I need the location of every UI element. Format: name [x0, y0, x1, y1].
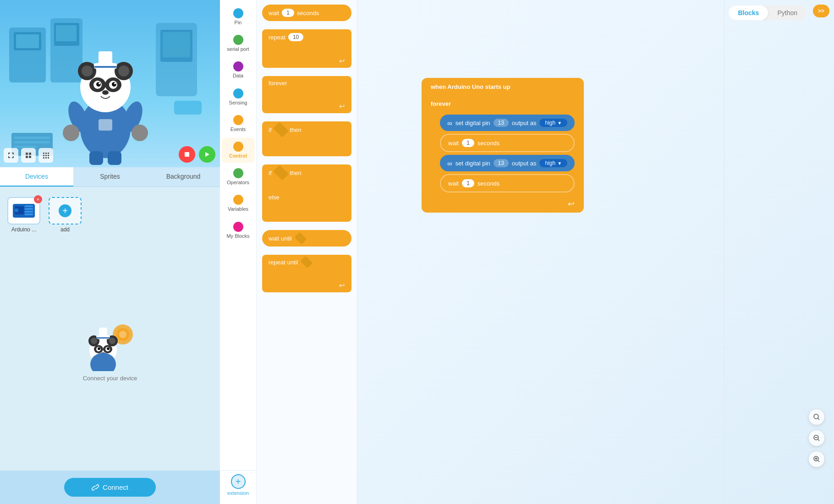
sidebar-item-data[interactable]: Data: [222, 58, 255, 82]
connect-button-area: Connect: [0, 471, 220, 504]
wait-value-2[interactable]: 1: [462, 179, 474, 187]
dropdown-arrow-2: ▼: [557, 161, 562, 166]
svg-point-74: [107, 347, 110, 350]
sidebar-item-pin[interactable]: Pin: [222, 5, 255, 29]
device-close-button[interactable]: ×: [34, 195, 42, 203]
block-if-condition: [273, 122, 289, 137]
svg-rect-29: [108, 151, 121, 165]
svg-point-17: [112, 82, 116, 87]
svg-point-9: [82, 66, 93, 77]
tab-devices[interactable]: Devices: [0, 167, 73, 186]
add-device-icon: +: [59, 204, 71, 217]
expand-stage-button[interactable]: [4, 148, 18, 163]
connect-button-label: Connect: [103, 483, 128, 491]
connect-device-text: Connect your device: [83, 375, 137, 382]
tab-python[interactable]: Python: [768, 5, 807, 20]
svg-point-26: [63, 125, 79, 141]
pin-value-2[interactable]: 13: [494, 159, 509, 167]
forever-outer-label: forever: [431, 100, 451, 107]
stage-toolbar: [4, 148, 53, 163]
devices-grid: × Arduino ... +: [5, 192, 214, 237]
extension-button[interactable]: + extension: [220, 470, 256, 499]
block-wait[interactable]: wait 1 seconds: [262, 5, 351, 21]
svg-rect-37: [14, 141, 50, 143]
wait-block-2[interactable]: wait 1 seconds: [440, 174, 575, 192]
sidebar-item-my-blocks[interactable]: My Blocks: [222, 218, 255, 243]
block-repeat-value[interactable]: 10: [288, 33, 303, 41]
sidebar-item-control[interactable]: Control: [222, 138, 255, 163]
svg-rect-28: [89, 151, 103, 165]
svg-rect-22: [99, 51, 112, 64]
sidebar-item-serial-port[interactable]: serial port: [222, 31, 255, 56]
blocks-panel: wait 1 seconds repeat 10 ↩ forever ↩ if …: [257, 0, 357, 504]
svg-rect-47: [45, 155, 47, 156]
zoom-in-button[interactable]: [808, 451, 825, 467]
block-else-label: else: [269, 194, 280, 201]
block-if-then-cap[interactable]: if then: [262, 121, 351, 138]
grid1-icon: [25, 152, 32, 159]
block-repeat-cap[interactable]: repeat 10: [262, 29, 351, 45]
forever-outer-bottom: ↩: [422, 195, 584, 213]
block-wait-until-section: wait until: [262, 230, 351, 247]
device-add-button[interactable]: +: [49, 197, 82, 225]
forever-outer-block[interactable]: forever: [422, 96, 584, 112]
sidebar-item-my-blocks-label: My Blocks: [226, 233, 249, 239]
connect-button[interactable]: Connect: [64, 478, 156, 497]
sidebar-item-events-label: Events: [230, 126, 246, 132]
pin-value-1[interactable]: 13: [494, 119, 509, 127]
wait-block-1[interactable]: wait 1 seconds: [440, 134, 575, 152]
wait-suffix-2: seconds: [477, 180, 499, 187]
set-digital-block-2[interactable]: ∞ set digital pin 13 output as high ▼: [440, 155, 575, 171]
tab-blocks[interactable]: Blocks: [729, 5, 768, 20]
arduino-program: when Arduino Uno starts up forever ∞ set…: [422, 78, 584, 213]
grid-view-1-button[interactable]: [21, 148, 36, 163]
block-forever-bottom: ↩: [262, 99, 351, 113]
sidebar-item-variables[interactable]: Variables: [222, 191, 255, 216]
output-value-2[interactable]: high ▼: [539, 159, 567, 167]
block-wait-value[interactable]: 1: [282, 9, 294, 17]
sidebar-item-sensing[interactable]: Sensing: [222, 85, 255, 110]
block-if-else-cap[interactable]: if then: [262, 164, 351, 181]
output-value-1[interactable]: high ▼: [539, 119, 567, 127]
my-blocks-dot: [233, 222, 243, 232]
device-add-item[interactable]: + add: [47, 197, 83, 233]
play-icon: [204, 151, 210, 158]
svg-rect-30: [99, 119, 112, 131]
extension-icon: +: [231, 474, 246, 489]
svg-rect-39: [26, 153, 28, 155]
svg-line-86: [818, 460, 819, 462]
svg-rect-23: [94, 66, 117, 68]
wait-value-1[interactable]: 1: [462, 139, 474, 147]
infinity-icon-1: ∞: [447, 119, 452, 127]
tab-background[interactable]: Background: [147, 167, 220, 186]
svg-line-81: [818, 418, 819, 420]
wait-label-1: wait: [448, 140, 459, 147]
trigger-block[interactable]: when Arduino Uno starts up: [422, 78, 584, 96]
block-forever-cap[interactable]: forever: [262, 76, 351, 90]
output-as-label-2: output as: [512, 160, 537, 167]
block-wait-until[interactable]: wait until: [262, 230, 351, 247]
sidebar-item-events[interactable]: Events: [222, 111, 255, 136]
device-arduino-thumb: ×: [7, 197, 40, 225]
block-repeat-bottom: ↩: [262, 54, 351, 68]
play-button[interactable]: [199, 146, 215, 163]
zoom-reset-button[interactable]: [808, 409, 825, 425]
pin-dot: [233, 8, 243, 18]
block-repeat-until-body: [262, 269, 351, 279]
grid2-icon: [42, 152, 49, 159]
svg-rect-43: [43, 153, 44, 154]
stop-button[interactable]: [179, 146, 195, 163]
set-digital-block-1[interactable]: ∞ set digital pin 13 output as high ▼: [440, 115, 575, 131]
svg-rect-33: [163, 32, 190, 57]
tab-sprites[interactable]: Sprites: [73, 167, 147, 186]
device-arduino[interactable]: × Arduino ...: [5, 197, 42, 233]
block-repeat-until-cap[interactable]: repeat until: [262, 255, 351, 269]
block-repeat-until-section: repeat until ↩: [262, 255, 351, 292]
expand-canvas-button[interactable]: >>: [813, 5, 829, 17]
block-if-else-condition: [273, 165, 289, 181]
zoom-out-button[interactable]: [808, 430, 825, 446]
grid-view-2-button[interactable]: [38, 148, 53, 163]
sidebar-item-operators[interactable]: Operators: [222, 164, 255, 189]
sidebar-item-pin-label: Pin: [235, 20, 242, 26]
svg-rect-42: [29, 156, 31, 158]
